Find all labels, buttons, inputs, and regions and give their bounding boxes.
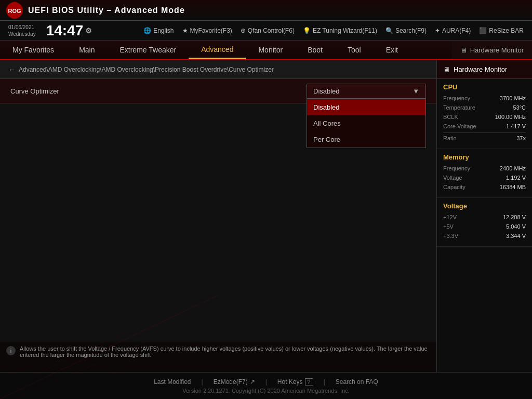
hw-cpu-temp-value: 53°C	[513, 104, 526, 111]
info-icon: i	[6, 346, 16, 355]
footer-actions: Last Modified | EzMode(F7) ↗ | Hot Keys …	[154, 378, 378, 385]
hw-mem-freq-row: Frequency 2400 MHz	[443, 165, 526, 171]
hw-cpu-freq-row: Frequency 3700 MHz	[443, 95, 526, 101]
hw-cpu-temp-label: Temperature	[443, 104, 475, 111]
hw-cpu-freq-value: 3700 MHz	[500, 95, 526, 101]
last-modified-btn[interactable]: Last Modified	[154, 378, 191, 385]
curve-optimizer-row: Curve Optimizer Disabled ▼ Disabled All …	[0, 79, 436, 104]
nav-item-main[interactable]: Main	[66, 41, 107, 59]
info-bar: i Allows the user to shift the Voltage /…	[0, 341, 436, 372]
footer-divider-3: |	[324, 378, 325, 385]
qfan-btn[interactable]: ⊕ Qfan Control(F6)	[241, 27, 295, 34]
footer: Last Modified | EzMode(F7) ↗ | Hot Keys …	[0, 372, 532, 399]
nav-item-monitor[interactable]: Monitor	[246, 41, 295, 59]
hw-v12-label: +12V	[443, 214, 457, 220]
hw-cpu-ratio-row: Ratio 37x	[443, 135, 526, 141]
nav-item-extreme-tweaker[interactable]: Extreme Tweaker	[107, 41, 189, 59]
nav-item-exit[interactable]: Exit	[374, 41, 410, 59]
hw-cpu-ratio-value: 37x	[516, 135, 526, 141]
hw-cpu-voltage-value: 1.417 V	[506, 123, 526, 129]
hw-mem-capacity-label: Capacity	[443, 184, 466, 190]
star-icon: ★	[182, 27, 188, 34]
hw-v33-label: +3.3V	[443, 233, 458, 239]
info-text: Allows the user to shift the Voltage / F…	[20, 345, 428, 358]
hw-cpu-bclk-row: BCLK 100.00 MHz	[443, 114, 526, 120]
hw-v33-row: +3.3V 3.344 V	[443, 233, 526, 239]
hw-mem-voltage-row: Voltage 1.192 V	[443, 175, 526, 181]
hw-voltage-title: Voltage	[443, 202, 526, 210]
myfavorite-btn[interactable]: ★ MyFavorite(F3)	[182, 27, 232, 34]
main-layout: ← Advanced\AMD Overclocking\AMD Overcloc…	[0, 60, 532, 372]
time-display: 14:47 ⚙	[46, 22, 92, 39]
content-area: ← Advanced\AMD Overclocking\AMD Overcloc…	[0, 60, 436, 372]
resize-icon: ⬛	[479, 27, 487, 34]
hw-v5-value: 5.040 V	[506, 223, 526, 230]
dropdown-option-disabled[interactable]: Disabled	[307, 99, 425, 115]
chevron-down-icon: ▼	[413, 87, 419, 95]
hw-v5-label: +5V	[443, 223, 454, 230]
svg-text:ROG: ROG	[8, 8, 21, 14]
footer-divider-1: |	[202, 378, 203, 385]
dropdown-value: Disabled	[313, 87, 340, 95]
nav-item-boot[interactable]: Boot	[295, 41, 335, 59]
hw-voltage-section: Voltage +12V 12.208 V +5V 5.040 V +3.3V …	[437, 198, 532, 247]
settings-body: Curve Optimizer Disabled ▼ Disabled All …	[0, 79, 436, 341]
hw-cpu-voltage-row: Core Voltage 1.417 V	[443, 123, 526, 129]
nav-item-tool[interactable]: Tool	[335, 41, 374, 59]
hot-keys-box: ?	[305, 378, 313, 385]
date-display: 01/06/2021 Wednesday	[8, 24, 36, 37]
hw-mem-freq-label: Frequency	[443, 165, 470, 171]
hw-cpu-temp-row: Temperature 53°C	[443, 104, 526, 111]
hw-cpu-section: CPU Frequency 3700 MHz Temperature 53°C …	[437, 79, 532, 149]
monitor-nav-icon: 🖥	[460, 46, 467, 54]
hw-cpu-ratio-label: Ratio	[443, 135, 457, 141]
search-icon: 🔍	[385, 27, 393, 34]
ez-tuning-btn[interactable]: 💡 EZ Tuning Wizard(F11)	[303, 27, 377, 34]
hw-cpu-bclk-value: 100.00 MHz	[495, 114, 526, 120]
timebar: 01/06/2021 Wednesday 14:47 ⚙ 🌐 English ★…	[0, 21, 532, 41]
hardware-monitor-panel: 🖥 Hardware Monitor CPU Frequency 3700 MH…	[436, 60, 532, 372]
bulb-icon: 💡	[303, 27, 311, 34]
hw-mem-voltage-value: 1.192 V	[506, 175, 526, 181]
hw-v12-value: 12.208 V	[503, 214, 526, 220]
settings-icon[interactable]: ⚙	[85, 26, 92, 35]
hot-keys-btn[interactable]: Hot Keys ?	[277, 378, 313, 385]
hw-mem-freq-value: 2400 MHz	[500, 165, 526, 171]
hw-cpu-freq-label: Frequency	[443, 95, 470, 101]
resize-bar-btn[interactable]: ⬛ ReSize BAR	[479, 27, 524, 34]
hw-mem-capacity-value: 16384 MB	[500, 184, 526, 190]
back-arrow-icon[interactable]: ←	[8, 65, 16, 74]
search-faq-btn[interactable]: Search on FAQ	[336, 378, 378, 385]
breadcrumb: ← Advanced\AMD Overclocking\AMD Overcloc…	[0, 60, 436, 79]
rog-logo-icon: ROG	[5, 1, 24, 20]
hw-monitor-title: 🖥 Hardware Monitor	[437, 60, 532, 79]
hw-memory-title: Memory	[443, 153, 526, 161]
header: ROG UEFI BIOS Utility – Advanced Mode	[0, 0, 532, 21]
curve-optimizer-dropdown[interactable]: Disabled ▼	[307, 84, 426, 99]
ez-mode-btn[interactable]: EzMode(F7) ↗	[214, 378, 255, 385]
nav-menu: My Favorites Main Extreme Tweaker Advanc…	[0, 41, 532, 60]
ez-mode-icon: ↗	[250, 378, 255, 385]
search-btn[interactable]: 🔍 Search(F9)	[385, 27, 427, 34]
language-btn[interactable]: 🌐 English	[143, 27, 174, 34]
aura-icon: ✦	[435, 27, 440, 34]
footer-divider-2: |	[265, 378, 267, 385]
globe-icon: 🌐	[143, 27, 151, 34]
nav-item-advanced[interactable]: Advanced	[189, 41, 246, 59]
hw-monitor-nav: 🖥 Hardware Monitor	[452, 41, 532, 59]
dropdown-list: Disabled All Cores Per Core	[307, 99, 426, 148]
fan-icon: ⊕	[241, 27, 246, 34]
hw-v5-row: +5V 5.040 V	[443, 223, 526, 230]
hw-memory-section: Memory Frequency 2400 MHz Voltage 1.192 …	[437, 149, 532, 198]
curve-optimizer-control: Disabled ▼ Disabled All Cores Per Core	[307, 84, 426, 99]
nav-item-my-favorites[interactable]: My Favorites	[0, 41, 66, 59]
dropdown-option-per-core[interactable]: Per Core	[307, 131, 425, 148]
timebar-actions: 🌐 English ★ MyFavorite(F3) ⊕ Qfan Contro…	[143, 27, 524, 34]
monitor-icon: 🖥	[443, 65, 450, 74]
hw-cpu-voltage-label: Core Voltage	[443, 123, 476, 129]
aura-btn[interactable]: ✦ AURA(F4)	[435, 27, 471, 34]
hw-mem-voltage-label: Voltage	[443, 175, 462, 181]
hw-v12-row: +12V 12.208 V	[443, 214, 526, 220]
hw-cpu-title: CPU	[443, 83, 526, 91]
dropdown-option-all-cores[interactable]: All Cores	[307, 115, 425, 131]
